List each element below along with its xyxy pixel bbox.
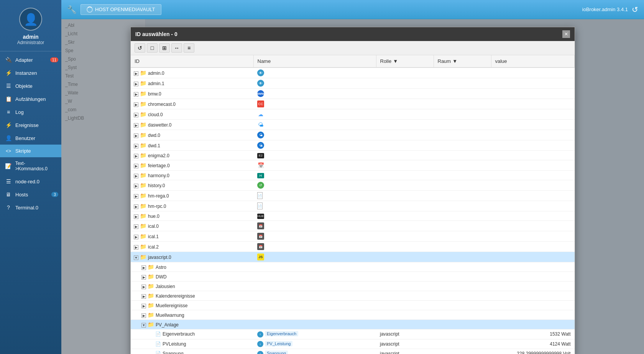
table-row[interactable]: ▶📁chromecast.0CC xyxy=(131,99,575,109)
col-header-raum: Raum ▼ xyxy=(434,55,491,68)
expand-toggle[interactable]: ▶ xyxy=(134,235,138,239)
expand-toggle[interactable]: ▶ xyxy=(134,144,138,148)
row-rolle-cell xyxy=(376,252,434,262)
expand-toggle[interactable]: ▶ xyxy=(134,133,138,138)
sidebar-item-skripte[interactable]: <> Skripte xyxy=(0,145,61,157)
expand-toggle[interactable]: ▶ xyxy=(134,82,138,86)
table-row[interactable]: ▶📁hm-rpc.0📄 xyxy=(131,201,575,211)
row-id-cell: ▶📁ical.2 xyxy=(131,242,253,252)
table-row[interactable]: 📄SpannungiSpannungjavascript228.29999999… xyxy=(131,349,575,354)
sidebar-item-aufzaehlungen[interactable]: 📋 Aufzählungen xyxy=(0,92,61,105)
expand-toggle[interactable]: ▶ xyxy=(141,265,146,270)
table-row[interactable]: ▶📁dwd.0🌤 xyxy=(131,130,575,140)
row-raum-cell xyxy=(434,221,491,231)
sidebar-item-text-kommandos[interactable]: 📝 Text->Kommandos.0 xyxy=(0,157,61,175)
table-row[interactable]: ▶📁history.0↺ xyxy=(131,180,575,191)
table-row[interactable]: 📄EigenverbrauchiEigenverbrauchjavascript… xyxy=(131,329,575,339)
expand-toggle[interactable]: ▶ xyxy=(134,194,138,199)
expand-toggle[interactable]: ▶ xyxy=(134,184,138,188)
table-row[interactable]: ▶📁ical.1📅 xyxy=(131,231,575,242)
toolbar-refresh-btn[interactable]: ↺ xyxy=(135,43,145,53)
sidebar-item-objekte[interactable]: ☰ Objekte xyxy=(0,79,61,92)
expand-toggle[interactable]: ▶ xyxy=(141,313,146,318)
expand-toggle[interactable]: ▶ xyxy=(134,102,138,107)
expand-toggle[interactable]: ▶ xyxy=(141,275,146,280)
sidebar-item-hosts[interactable]: 🖥 Hosts 3 xyxy=(0,188,61,201)
table-row[interactable]: ▶📁enigma2.0E2 xyxy=(131,151,575,160)
row-rolle-cell xyxy=(376,282,434,291)
row-value-cell xyxy=(491,68,575,78)
table-row[interactable]: ▼📁PV_Anlage xyxy=(131,320,575,329)
sidebar-item-benutzer[interactable]: 👤 Benutzer xyxy=(0,132,61,145)
expand-toggle[interactable]: ▶ xyxy=(134,214,138,219)
table-row[interactable]: ▶📁feiertage.0📅 xyxy=(131,160,575,171)
row-id-cell: ▶📁cloud.0 xyxy=(131,109,253,120)
table-header-row: ID Name Rolle ▼ Raum ▼ xyxy=(131,55,575,68)
table-row[interactable]: ▶📁ical.0📅 xyxy=(131,221,575,231)
row-rolle-cell xyxy=(376,262,434,272)
sidebar-item-adapter[interactable]: 🔌 Adapter 11 xyxy=(0,53,61,66)
table-row[interactable]: ▶📁Astro xyxy=(131,262,575,272)
table-row[interactable]: ▶📁hm-rega.0📄 xyxy=(131,191,575,201)
expand-toggle[interactable]: ▶ xyxy=(141,304,146,308)
toolbar-collapse-btn[interactable]: □ xyxy=(147,43,158,53)
row-rolle-cell xyxy=(376,99,434,109)
row-id-text: feiertage.0 xyxy=(148,163,170,168)
row-name-cell: ↺ xyxy=(253,180,376,191)
expand-toggle[interactable]: ▶ xyxy=(134,174,138,178)
table-row[interactable]: ▶📁harmony.0H xyxy=(131,171,575,180)
expand-toggle[interactable]: ▶ xyxy=(134,204,138,209)
sidebar-item-terminal[interactable]: ? Terminal.0 xyxy=(0,201,61,214)
toolbar-fit-btn[interactable]: ↔ xyxy=(171,43,182,53)
refresh-icon[interactable]: ↺ xyxy=(632,5,638,14)
table-row[interactable]: ▶📁Kalenderereignisse xyxy=(131,291,575,301)
modal-body[interactable]: ID Name Rolle ▼ Raum ▼ xyxy=(131,55,575,354)
table-row[interactable]: ▶📁admin.0👁 xyxy=(131,68,575,78)
table-row[interactable]: ▶📁Muellereignisse xyxy=(131,301,575,310)
terminal-icon: ? xyxy=(5,204,12,211)
expand-toggle[interactable]: ▼ xyxy=(141,323,146,328)
expand-toggle[interactable]: ▶ xyxy=(134,154,138,158)
expand-toggle[interactable]: ▶ xyxy=(141,285,146,289)
row-name-cell: 🌤 xyxy=(253,140,376,151)
host-button[interactable]: HOST OPENMEDIAVAULT xyxy=(80,4,161,15)
table-row[interactable]: ▶📁cloud.0☁ xyxy=(131,109,575,120)
folder-icon: 📁 xyxy=(140,162,146,168)
bg-content: _Abl _Licht _Skr Spe _Spo _Syst Test _Ti… xyxy=(61,19,644,354)
expand-toggle[interactable]: ▶ xyxy=(134,245,138,250)
rolle-filter-icon[interactable]: ▼ xyxy=(393,58,398,64)
sidebar-item-ereignisse[interactable]: ⚡ Ereignisse xyxy=(0,119,61,132)
row-id-cell: ▶📁hue.0 xyxy=(131,211,253,221)
table-row[interactable]: ▶📁dwd.1🌤 xyxy=(131,140,575,151)
table-row[interactable]: ▶📁ical.2📅 xyxy=(131,242,575,252)
table-row[interactable]: ▶📁daswetter.0🌤 xyxy=(131,120,575,130)
row-id-text: hm-rega.0 xyxy=(148,193,169,199)
table-row[interactable]: ▶📁DWD xyxy=(131,272,575,282)
expand-toggle[interactable]: ▶ xyxy=(134,224,138,229)
table-row[interactable]: ▶📁hue.0HUE xyxy=(131,211,575,221)
expand-toggle[interactable]: ▶ xyxy=(134,123,138,128)
raum-filter-icon[interactable]: ▼ xyxy=(452,58,457,64)
toolbar-expand-btn[interactable]: ⊞ xyxy=(159,43,170,53)
table-row[interactable]: 📄PVLeistungiPV_Leistungjavascript4124 Wa… xyxy=(131,339,575,349)
row-value-cell: 4124 Watt xyxy=(491,339,575,349)
expand-toggle[interactable]: ▶ xyxy=(134,92,138,97)
expand-toggle[interactable]: ▶ xyxy=(134,71,138,76)
table-row[interactable]: ▼📁javascript.0JS xyxy=(131,252,575,262)
expand-toggle[interactable]: ▶ xyxy=(134,113,138,117)
row-id-text: Eigenverbrauch xyxy=(163,331,195,337)
modal-close-button[interactable]: ✕ xyxy=(562,30,570,38)
expand-toggle[interactable]: ▼ xyxy=(134,255,138,260)
sidebar-item-instanzen[interactable]: ⚡ Instanzen xyxy=(0,66,61,79)
sidebar-item-log[interactable]: ≡ Log xyxy=(0,105,61,119)
expand-toggle[interactable]: ▶ xyxy=(134,164,138,168)
col-header-name: Name xyxy=(253,55,376,68)
table-row[interactable]: ▶📁Jalousien xyxy=(131,282,575,291)
expand-toggle[interactable]: ▶ xyxy=(141,294,146,299)
table-row[interactable]: ▶📁bmw.0BMW xyxy=(131,89,575,99)
table-row[interactable]: ▶📁Muellwarnung xyxy=(131,310,575,320)
toolbar-filter-btn[interactable]: ≡ xyxy=(184,43,194,53)
table-row[interactable]: ▶📁admin.1👁 xyxy=(131,78,575,89)
objekte-icon: ☰ xyxy=(5,83,12,89)
sidebar-item-node-red[interactable]: ☰ node-red.0 xyxy=(0,175,61,188)
